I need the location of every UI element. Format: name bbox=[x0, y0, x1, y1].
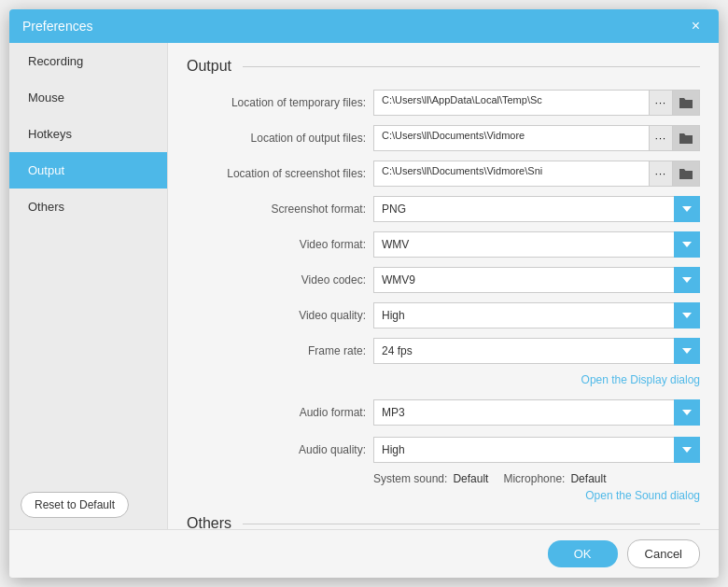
open-sound-link[interactable]: Open the Sound dialog bbox=[585, 489, 700, 502]
screenshot-files-row: Location of screenshot files: C:\Users\l… bbox=[187, 161, 700, 187]
open-display-link-row: Open the Display dialog bbox=[187, 373, 700, 386]
frame-rate-row: Frame rate: 24 fps 30 fps 60 fps bbox=[187, 338, 700, 364]
microphone-key: Microphone: bbox=[503, 472, 565, 485]
video-quality-select[interactable]: High Medium Low bbox=[373, 302, 700, 328]
video-codec-select[interactable]: WMV9 WMV8 bbox=[373, 267, 700, 293]
video-format-select[interactable]: WMV MP4 AVI bbox=[373, 231, 700, 258]
microphone-value: Default bbox=[570, 472, 606, 485]
frame-rate-select-wrapper: 24 fps 30 fps 60 fps bbox=[373, 338, 700, 364]
audio-format-select[interactable]: MP3 AAC WAV bbox=[373, 399, 700, 426]
sidebar-item-mouse[interactable]: Mouse bbox=[9, 79, 167, 116]
microphone-item: Microphone: Default bbox=[503, 472, 606, 485]
video-quality-row: Video quality: High Medium Low bbox=[187, 302, 700, 328]
system-sound-item: System sound: Default bbox=[373, 472, 488, 485]
video-quality-label: Video quality: bbox=[187, 309, 373, 322]
video-codec-row: Video codec: WMV9 WMV8 bbox=[187, 267, 700, 293]
system-sound-key: System sound: bbox=[373, 472, 447, 485]
others-section-title: Others bbox=[187, 515, 231, 529]
screenshot-format-row: Screenshot format: PNG JPG BMP bbox=[187, 196, 700, 222]
screenshot-files-folder-button[interactable] bbox=[673, 161, 700, 187]
dialog-footer: OK Cancel bbox=[9, 529, 719, 578]
video-format-select-wrapper: WMV MP4 AVI bbox=[373, 231, 700, 258]
audio-format-row: Audio format: MP3 AAC WAV bbox=[187, 399, 700, 426]
close-button[interactable]: × bbox=[686, 17, 706, 35]
sidebar-footer: Reset to Default bbox=[9, 481, 167, 529]
screenshot-files-input-group: C:\Users\ll\Documents\Vidmore\Sni ··· bbox=[373, 161, 700, 187]
temp-files-path: C:\Users\ll\AppData\Local\Temp\Sc bbox=[373, 90, 649, 116]
sidebar: Recording Mouse Hotkeys Output Others Re… bbox=[9, 43, 168, 529]
output-section-line bbox=[243, 66, 700, 67]
folder-icon bbox=[679, 96, 693, 109]
screenshot-format-label: Screenshot format: bbox=[187, 203, 373, 216]
sidebar-item-hotkeys[interactable]: Hotkeys bbox=[9, 116, 167, 152]
temp-files-dots-button[interactable]: ··· bbox=[649, 90, 673, 116]
screenshot-files-path: C:\Users\ll\Documents\Vidmore\Sni bbox=[373, 161, 649, 187]
others-section-header: Others bbox=[187, 515, 700, 529]
system-sound-row: System sound: Default Microphone: Defaul… bbox=[187, 472, 700, 485]
ok-button[interactable]: OK bbox=[548, 540, 618, 567]
frame-rate-label: Frame rate: bbox=[187, 344, 373, 357]
open-sound-link-row: Open the Sound dialog bbox=[187, 489, 700, 502]
audio-quality-select[interactable]: High Medium Low bbox=[373, 437, 700, 463]
sidebar-item-recording[interactable]: Recording bbox=[9, 43, 167, 79]
title-bar: Preferences × bbox=[9, 9, 719, 43]
sidebar-item-others[interactable]: Others bbox=[9, 189, 167, 225]
main-content: Output Location of temporary files: C:\U… bbox=[168, 43, 719, 529]
cancel-button[interactable]: Cancel bbox=[627, 539, 700, 568]
screenshot-files-label: Location of screenshot files: bbox=[187, 167, 373, 180]
output-section-header: Output bbox=[187, 58, 700, 75]
screenshot-files-dots-button[interactable]: ··· bbox=[649, 161, 673, 187]
screenshot-format-select-wrapper: PNG JPG BMP bbox=[373, 196, 700, 222]
audio-quality-row: Audio quality: High Medium Low bbox=[187, 437, 700, 463]
output-files-path: C:\Users\ll\Documents\Vidmore bbox=[373, 125, 649, 151]
video-codec-select-wrapper: WMV9 WMV8 bbox=[373, 267, 700, 293]
audio-quality-label: Audio quality: bbox=[187, 443, 373, 456]
temp-files-folder-button[interactable] bbox=[673, 90, 700, 116]
reset-to-default-button[interactable]: Reset to Default bbox=[21, 492, 129, 518]
preferences-dialog: Preferences × Recording Mouse Hotkeys Ou… bbox=[9, 9, 719, 578]
temp-files-row: Location of temporary files: C:\Users\ll… bbox=[187, 90, 700, 116]
temp-files-input-group: C:\Users\ll\AppData\Local\Temp\Sc ··· bbox=[373, 90, 700, 116]
audio-quality-select-wrapper: High Medium Low bbox=[373, 437, 700, 463]
temp-files-label: Location of temporary files: bbox=[187, 96, 373, 109]
sidebar-item-output[interactable]: Output bbox=[9, 152, 167, 189]
output-files-label: Location of output files: bbox=[187, 132, 373, 145]
dialog-title: Preferences bbox=[22, 19, 92, 34]
output-files-row: Location of output files: C:\Users\ll\Do… bbox=[187, 125, 700, 151]
output-section-title: Output bbox=[187, 58, 231, 75]
video-format-row: Video format: WMV MP4 AVI bbox=[187, 231, 700, 258]
video-format-label: Video format: bbox=[187, 238, 373, 251]
output-files-input-group: C:\Users\ll\Documents\Vidmore ··· bbox=[373, 125, 700, 151]
folder-icon bbox=[679, 132, 693, 145]
output-files-dots-button[interactable]: ··· bbox=[649, 125, 673, 151]
folder-icon bbox=[679, 167, 693, 180]
others-section-line bbox=[243, 524, 700, 524]
frame-rate-select[interactable]: 24 fps 30 fps 60 fps bbox=[373, 338, 700, 364]
video-codec-label: Video codec: bbox=[187, 273, 373, 287]
video-quality-select-wrapper: High Medium Low bbox=[373, 302, 700, 328]
open-display-link[interactable]: Open the Display dialog bbox=[581, 373, 700, 386]
system-sound-value: Default bbox=[453, 472, 488, 485]
sound-info: System sound: Default Microphone: Defaul… bbox=[373, 472, 606, 485]
audio-format-label: Audio format: bbox=[187, 406, 373, 419]
screenshot-format-select[interactable]: PNG JPG BMP bbox=[373, 196, 700, 222]
dialog-body: Recording Mouse Hotkeys Output Others Re… bbox=[9, 43, 719, 529]
output-files-folder-button[interactable] bbox=[673, 125, 700, 151]
audio-format-select-wrapper: MP3 AAC WAV bbox=[373, 399, 700, 426]
